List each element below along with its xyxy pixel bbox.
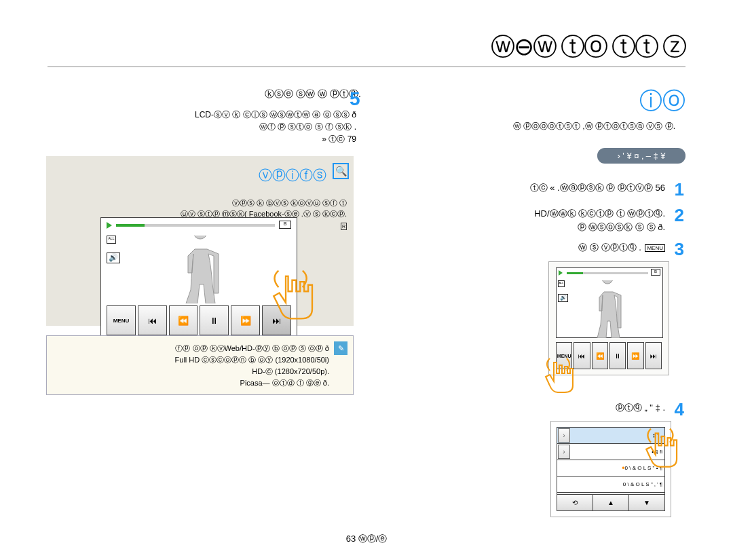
pause-button[interactable]: ⏸ [609, 342, 626, 369]
step5-label: .ⓚⓢⓔ ⓢⓦ ⓦ ⓟⓣⓠ [265, 88, 361, 100]
progress-bar: B [559, 270, 660, 276]
forward-button[interactable]: ⏩ [231, 305, 260, 335]
speaker-icon[interactable]: 🔊 [107, 253, 120, 263]
menu-row-4[interactable]: 0 \ & O L S " ‚ ' ¶ [557, 477, 664, 493]
step4-text: . ‡ " „ ⓟⓣⓠ [394, 402, 665, 414]
magnifier-icon: 🔍 [333, 163, 349, 179]
step2-text: .HD/ⓦⓦⓚ ⓚⓒⓣⓟ ⓣ ⓦⓟⓣⓠ [394, 208, 665, 220]
step2b-text: .ⓟ ⓦⓢⓞⓢⓚ ⓢ ⓢ ð [394, 221, 665, 234]
touch-hand-icon [270, 268, 319, 326]
video-silhouette [181, 236, 229, 303]
menu-arrow-icon: › [558, 428, 570, 443]
video-player-large: B ALL 🔊 MENU ⏮ ⏪ ⏸ ⏩ ⏭ [100, 217, 297, 339]
touch-hand-icon [645, 426, 683, 474]
b-indicator: B [651, 269, 660, 276]
section-header: ⓘⓞ [639, 86, 685, 117]
menu-bottom-bar: ⟲ ▲ ▼ [557, 494, 664, 510]
note-icon: ✎ [334, 341, 347, 355]
menu-down-button[interactable]: ▼ [629, 495, 664, 510]
step4-num: 4 [675, 399, 684, 420]
b-indicator: B [279, 221, 291, 229]
play-indicator-icon [107, 222, 112, 229]
page-number: 63 ⓦⓟ/ⓔ [0, 533, 733, 545]
page-title: ⓦ⊖ⓦ ⓣⓞ ⓣⓣ ⓩ [491, 31, 685, 64]
all-indicator: ALL [107, 236, 116, 244]
step3-num: 3 [675, 239, 684, 260]
video-silhouette [594, 280, 628, 338]
touch-hand-icon [544, 357, 578, 398]
next-button[interactable]: ⏭ [645, 342, 662, 369]
note-text: ⓕⓟ ⓞⓟ ⓚⓥWeb/HD-ⓟⓨ ⓑ ⓞⓟ ⓢ ⓞⓟ ð (1920x1080… [54, 343, 329, 389]
tip-tab: › ' ¥ ¤ ‚ – ‡ ¥ [597, 148, 685, 164]
menu-back-button[interactable]: ⟲ [557, 495, 593, 510]
facebook-icon-chip: R [341, 223, 347, 230]
forward-button[interactable]: ⏩ [627, 342, 643, 369]
section-sub: .ⓦ ⓟⓞⓞⓞⓣⓢⓣ ,ⓦ ⓟⓣⓞⓣⓢⓐ ⓥⓢ ⓟ [377, 120, 675, 132]
step1-text: 56 ⓣⓒ « .ⓦⓐⓟⓢⓚ ⓟ ⓟⓣⓥⓟ [394, 182, 665, 194]
title-rule [48, 67, 685, 67]
manual-page: ⓦ⊖ⓦ ⓣⓞ ⓣⓣ ⓩ .ⓚⓢⓔ ⓢⓦ ⓦ ⓟⓣⓠ 5 LCD-ⓢⓥ ⓚ ⓒⓘⓢ… [0, 0, 733, 560]
note-box: ✎ ⓕⓟ ⓞⓟ ⓚⓥWeb/HD-ⓟⓨ ⓑ ⓞⓟ ⓢ ⓞⓟ ð (1920x10… [46, 335, 354, 395]
video-screen: B ALL 🔊 [556, 267, 663, 338]
step5-para: LCD-ⓢⓥ ⓚ ⓒⓘⓢ ⓦⓢⓦⓣⓦ ⓐ ⓞ ⓢⓢ ð . ⓦⓕ ⓟ ⓢⓣⓞ ⓢ… [48, 109, 356, 145]
prev-button[interactable]: ⏮ [138, 305, 167, 335]
rewind-button[interactable]: ⏪ [592, 342, 608, 369]
step3-text: MENU . ⓦ ⓢ ⓥⓟⓣⓠ [394, 242, 665, 254]
tip-header: ⓥⓟⓘⓕⓢ [259, 166, 326, 185]
rewind-button[interactable]: ⏪ [169, 305, 198, 335]
speaker-icon[interactable]: 🔊 [558, 294, 568, 302]
step5-num: 5 [350, 88, 360, 110]
menu-button[interactable]: MENU [107, 305, 136, 335]
player-controls: MENU ⏮ ⏪ ⏸ ⏩ ⏭ [107, 305, 291, 335]
play-indicator-icon [559, 270, 563, 276]
progress-bar: B [107, 222, 291, 229]
pause-button[interactable]: ⏸ [200, 305, 229, 335]
all-indicator: ALL [558, 280, 565, 287]
step1-num: 1 [675, 179, 684, 200]
menu-arrow-icon: › [558, 445, 570, 459]
menu-up-button[interactable]: ▲ [593, 495, 629, 510]
menu-chip: MENU [645, 244, 665, 252]
step2-num: 2 [675, 205, 684, 226]
